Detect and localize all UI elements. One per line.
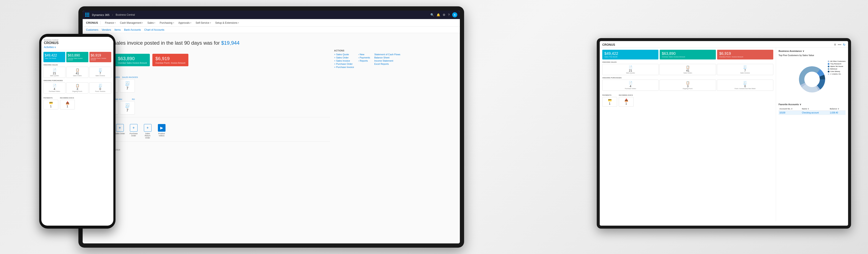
nav-item-purchasing[interactable]: Purchasing ▾ [158, 19, 176, 27]
ongoing-purch-section: ONGOING PURCHASES PURCHASE ORDERS ONGOIN… [87, 95, 330, 114]
rt-opo-num: 3 [660, 84, 715, 88]
phone-tile-so[interactable]: 📋 41 Sales Orders [66, 67, 88, 78]
nav-item-cash[interactable]: Cash Management ▾ [118, 19, 145, 27]
nav-item-sales[interactable]: Sales ▾ [146, 19, 157, 27]
action-purchase-invoice[interactable]: + Purchase Invoice [334, 66, 354, 68]
rt-tile-si[interactable]: 🧾 7 Sales Invoices [717, 64, 773, 75]
waffle-icon[interactable] [85, 13, 89, 17]
notifications-icon[interactable]: 🔔 [437, 13, 440, 16]
fav-col-balance[interactable]: Balance ∨ [829, 107, 845, 111]
tile-ro-num: 7 [122, 108, 133, 113]
rt-po-icon: 📄 [603, 81, 657, 84]
legend-lbl-1: Trey Research [830, 63, 841, 65]
company-name: CRONUS [86, 21, 101, 24]
donut-hole [804, 72, 820, 87]
actions-title: ACTIONS [334, 49, 456, 52]
rt-pinv-num: 0 [718, 84, 772, 88]
fav-col-no[interactable]: Account No. ∨ [779, 107, 801, 111]
rt-right-panel: Business Assistance ∨ Top Five Customers… [776, 48, 848, 221]
refresh-icon[interactable]: ↻ [843, 43, 845, 46]
rt-content: $49,422 Sales This Month $63,890 Overdue… [600, 48, 848, 221]
start-sales-order[interactable]: + Sales Order [115, 124, 125, 139]
rt-opo-icon: 📋 [660, 81, 715, 84]
phone-payment-tile[interactable]: 💳 1 [43, 100, 58, 109]
action-excel-reports[interactable]: Excel Reports [374, 63, 400, 65]
tile-ro-icon: 🧾 [122, 103, 133, 108]
hamburger-icon[interactable]: ≡ [834, 43, 836, 46]
nav-item-self-service[interactable]: Self-Service ▾ [194, 19, 213, 27]
fav-table-row[interactable]: 10100 Checking account 1,638.40 [779, 111, 845, 115]
action-reports[interactable]: › Reports [358, 60, 370, 62]
subnav-chart-of-accounts[interactable]: Chart of Accounts [144, 28, 164, 31]
subnav-bank-accounts[interactable]: Bank Accounts [124, 28, 141, 31]
nav-bar: CRONUS Finance ▾ Cash Management ▾ Sales… [83, 19, 460, 27]
phone-kpi-os-lbl: Overdue Sales Invoice Amount [68, 58, 87, 61]
subnav-vendors[interactable]: Vendors [102, 28, 111, 31]
nav-item-finance[interactable]: Finance ▾ [103, 19, 117, 27]
actions-col-2: › New › Payments › Reports [358, 53, 370, 69]
biz-assist-subtitle: Top Five Customers by Sales Value [87, 149, 330, 151]
rt-tile-po[interactable]: 📄 4 Purchase Orders [602, 80, 659, 91]
phone-incoming-tile[interactable]: 📥 1 [60, 100, 75, 109]
rt-ongoing-sales-lbl: ONGOING SALES [602, 61, 773, 63]
tile-purch-ro[interactable]: 🧾 7 [120, 101, 135, 114]
tile-si-icon: 🧾 [122, 81, 133, 86]
app-title[interactable]: Dynamics 365 [92, 13, 110, 16]
start-product-videos[interactable]: ▶ Product Videos [156, 124, 167, 139]
rt-tile-opo[interactable]: 📋 3 Ongoing Purch. [659, 80, 716, 91]
action-payments[interactable]: › Payments [358, 56, 370, 59]
rt-so-num: 41 [660, 69, 715, 72]
settings-icon[interactable]: ⚙ [443, 13, 445, 16]
help-icon[interactable]: ? [448, 13, 450, 16]
action-sales-order[interactable]: + Sales Order [334, 56, 354, 59]
start-purch-order[interactable]: + Purchase Order [128, 124, 139, 139]
rt-tile-so[interactable]: 📋 41 Sales Orders [659, 64, 716, 75]
action-balance-sheet[interactable]: Balance Sheet [374, 56, 400, 59]
rt-tile-sq[interactable]: 📄 21 Sales Quotes [602, 64, 659, 75]
phone-activities-chevron: ∨ [54, 46, 56, 49]
action-new[interactable]: › New [358, 53, 370, 56]
nav-item-approvals[interactable]: Approvals ▾ [177, 19, 193, 27]
phone-tile-opo-lbl: Ongoing Purch. [67, 90, 87, 92]
phone-tile-ongoing-po[interactable]: 📋 3 Ongoing Purch. [66, 82, 88, 94]
phone-tile-po[interactable]: 📄 4 Purchase Orders [43, 82, 65, 94]
action-income-stmt[interactable]: Income Statement [374, 60, 400, 62]
action-purchase-order[interactable]: + Purchase Order [334, 63, 354, 65]
rt-incoming-tile[interactable]: 📥 1 [619, 97, 633, 107]
phone-tile-po-lbl: Purchase Orders [44, 90, 64, 92]
user-avatar[interactable]: A [452, 12, 457, 17]
legend-dot-1 [828, 63, 830, 65]
action-sales-quote[interactable]: + Sales Quote [334, 53, 354, 56]
rt-tile-pinv[interactable]: 🧾 0 Purch. Invoices Due Next Week [717, 80, 773, 91]
tile-sales-invoices[interactable]: 🧾 7 [120, 79, 135, 93]
nav-item-setup[interactable]: Setup & Extensions ▾ [214, 19, 241, 27]
subnav-customers[interactable]: Customers [86, 28, 98, 31]
rt-left-panel: $49,422 Sales This Month $63,890 Overdue… [600, 48, 776, 221]
search-icon[interactable]: 🔍 [430, 13, 434, 16]
rt-kpi-op-lbl: Overdue Purch. Invoice Amount [719, 56, 771, 58]
action-sales-invoice[interactable]: + Sales Invoice [334, 60, 354, 62]
legend-lbl-0: All Other Customers [830, 60, 845, 62]
kpi-overdue-sales-value: $63,890 [118, 56, 147, 61]
more-icon[interactable]: ••• [838, 43, 841, 46]
see-more-link[interactable]: › See more [87, 69, 330, 71]
ongoing-sales-tiles: 📄 21 📋 41 🧾 7 [87, 79, 330, 93]
start-po-label: Purchase Order [128, 133, 139, 137]
phone-tile-pinv[interactable]: 🧾 0 Purch. Invoices [89, 82, 111, 94]
phone-kpi-sales-val: $49,422 [45, 53, 64, 58]
rt-company: CRONUS [602, 43, 615, 46]
legend-dot-0 [828, 61, 830, 62]
phone-tile-si[interactable]: 🧾 7 Sales Invoices [89, 67, 111, 78]
rt-biz-assist-title[interactable]: Business Assistance ∨ [779, 50, 845, 52]
fav-col-name[interactable]: Name ∨ [801, 107, 829, 111]
phone-device: Business Central CRONUS Activities ∨ $49… [39, 34, 116, 229]
fav-accounts-title[interactable]: Favorite Accounts ∨ [779, 103, 845, 106]
rt-payment-tile[interactable]: 💳 1 [602, 97, 617, 107]
phone-activities-link[interactable]: Activities ∨ [44, 46, 111, 49]
tablet-main: Dynamics 365 › Business Central 🔍 🔔 ⚙ ? … [79, 6, 464, 248]
phone-tile-sq[interactable]: 📄 21 Sales Quotes [43, 67, 65, 78]
biz-assist-title[interactable]: Business Assistance ∨ [87, 144, 330, 147]
action-cash-flows[interactable]: Statement of Cash Flows [374, 53, 400, 56]
start-sales-return[interactable]: + Sales Return Order [143, 124, 153, 139]
subnav-items[interactable]: Items [115, 28, 121, 31]
